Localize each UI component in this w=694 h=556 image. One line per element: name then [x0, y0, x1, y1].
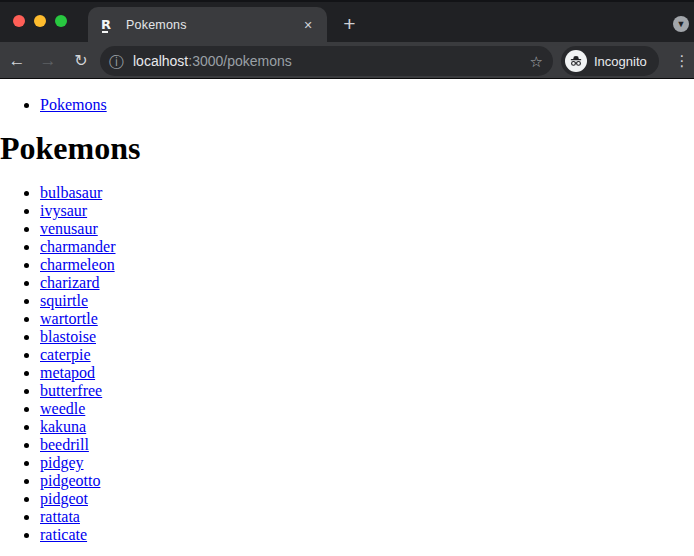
pokemon-link[interactable]: squirtle	[40, 292, 88, 309]
pokemon-link[interactable]: pidgeot	[40, 490, 88, 507]
new-tab-button[interactable]: +	[337, 12, 362, 37]
pokemon-list-item: pidgey	[40, 454, 694, 472]
chrome-menu-icon[interactable]: ⋮	[673, 48, 691, 74]
pokemon-link[interactable]: ivysaur	[40, 202, 87, 219]
pokemon-link[interactable]: bulbasaur	[40, 184, 102, 201]
nav-link-list: Pokemons	[0, 96, 694, 114]
pokemon-list-item: blastoise	[40, 328, 694, 346]
address-bar[interactable]: ⓘ localhost:3000/pokemons ☆	[100, 46, 553, 76]
pokemon-list-item: charmeleon	[40, 256, 694, 274]
incognito-label: Incognito	[594, 54, 647, 69]
pokemon-list-item: kakuna	[40, 418, 694, 436]
nav-pokemons-link[interactable]: Pokemons	[40, 96, 107, 113]
tab-overview-chevron-icon[interactable]: ▼	[673, 16, 689, 32]
pokemon-link[interactable]: pidgeotto	[40, 472, 100, 489]
browser-window: R Pokemons ✕ + ▼ ← → ↻ ⓘ localhost:3000/…	[0, 0, 694, 556]
pokemon-list-item: pidgeot	[40, 490, 694, 508]
pokemon-list-item: bulbasaur	[40, 184, 694, 202]
pokemon-list-item: caterpie	[40, 346, 694, 364]
pokemon-list-item: ivysaur	[40, 202, 694, 220]
pokemon-link[interactable]: pidgey	[40, 454, 84, 471]
site-info-icon[interactable]: ⓘ	[109, 54, 124, 69]
tab-title: Pokemons	[126, 18, 299, 32]
pokemon-link[interactable]: raticate	[40, 526, 87, 543]
pokemon-list-item: charizard	[40, 274, 694, 292]
url-path: :3000/pokemons	[188, 53, 292, 69]
nav-list-item: Pokemons	[40, 96, 694, 114]
pokemon-link[interactable]: kakuna	[40, 418, 86, 435]
macos-traffic-lights	[13, 15, 67, 27]
pokemon-link[interactable]: metapod	[40, 364, 95, 381]
pokemon-link[interactable]: charmander	[40, 238, 116, 255]
pokemon-link[interactable]: beedrill	[40, 436, 89, 453]
pokemon-link[interactable]: caterpie	[40, 346, 91, 363]
pokemon-list-item: charmander	[40, 238, 694, 256]
pokemon-link[interactable]: venusaur	[40, 220, 98, 237]
incognito-badge: Incognito	[561, 46, 659, 76]
reload-button[interactable]: ↻	[68, 48, 94, 74]
forward-button[interactable]: →	[35, 48, 61, 74]
pokemon-list-item: rattata	[40, 508, 694, 526]
pokemon-link-list: bulbasaur ivysaur venusaur charmander ch…	[0, 184, 694, 544]
zoom-window-button[interactable]	[55, 15, 67, 27]
incognito-icon	[565, 50, 587, 72]
tab-strip: R Pokemons ✕ + ▼	[0, 0, 694, 42]
pokemon-list-item: beedrill	[40, 436, 694, 454]
pokemon-link[interactable]: blastoise	[40, 328, 96, 345]
pokemon-list-item: metapod	[40, 364, 694, 382]
minimize-window-button[interactable]	[34, 15, 46, 27]
url-host: localhost	[133, 53, 188, 69]
back-button[interactable]: ←	[4, 48, 30, 74]
pokemon-list-item: squirtle	[40, 292, 694, 310]
browser-toolbar: ← → ↻ ⓘ localhost:3000/pokemons ☆ Incogn…	[0, 42, 694, 79]
tab-close-icon[interactable]: ✕	[299, 16, 317, 34]
tab-pokemons[interactable]: R Pokemons ✕	[88, 7, 327, 42]
page-title: Pokemons	[0, 130, 694, 167]
pokemon-list-item: butterfree	[40, 382, 694, 400]
url-text: localhost:3000/pokemons	[133, 53, 292, 69]
bookmark-star-icon[interactable]: ☆	[530, 54, 543, 69]
pokemon-link[interactable]: charmeleon	[40, 256, 115, 273]
pokemon-link[interactable]: weedle	[40, 400, 85, 417]
pokemon-list-item: wartortle	[40, 310, 694, 328]
pokemon-link[interactable]: wartortle	[40, 310, 98, 327]
pokemon-link[interactable]: rattata	[40, 508, 80, 525]
pokemon-list-item: raticate	[40, 526, 694, 544]
close-window-button[interactable]	[13, 15, 25, 27]
pokemon-link[interactable]: butterfree	[40, 382, 102, 399]
page-content: Pokemons Pokemons bulbasaur ivysaur venu…	[0, 80, 694, 556]
pokemon-list-item: venusaur	[40, 220, 694, 238]
pokemon-list-item: weedle	[40, 400, 694, 418]
remix-favicon-icon: R	[101, 17, 116, 32]
pokemon-list-item: pidgeotto	[40, 472, 694, 490]
pokemon-link[interactable]: charizard	[40, 274, 100, 291]
